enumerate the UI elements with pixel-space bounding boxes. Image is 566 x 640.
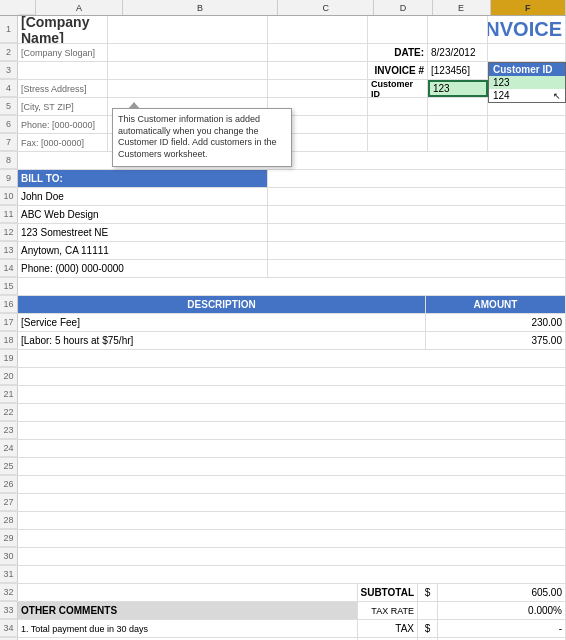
row-num-27: 27: [0, 494, 18, 511]
row-num-15: 15: [0, 278, 18, 295]
cell-22: [18, 404, 566, 421]
customer-id-label: Customer ID: [368, 80, 428, 97]
invoice-num-value[interactable]: [123456]: [428, 62, 488, 79]
city-zip: [City, ST ZIP]: [18, 98, 108, 115]
amount-header: AMOUNT: [426, 296, 566, 313]
cell-28: [18, 512, 566, 529]
comment-1: 1. Total payment due in 30 days: [18, 620, 358, 637]
row-num-11: 11: [0, 206, 18, 223]
cell-11-rest: [268, 206, 566, 223]
cell-2c: [268, 44, 368, 61]
client-company: ABC Web Design: [18, 206, 268, 223]
invoice-title: INVOICE: [488, 16, 566, 43]
cell-7f: [488, 134, 566, 151]
dropdown-item-123[interactable]: 123: [489, 76, 565, 89]
client-address: 123 Somestreet NE: [18, 224, 268, 241]
row-num-26: 26: [0, 476, 18, 493]
taxrate-dollar: [418, 602, 438, 619]
cell-2b: [108, 44, 268, 61]
cell-10-rest: [268, 188, 566, 205]
cell-1e: [428, 16, 488, 43]
cell-29: [18, 530, 566, 547]
subtotal-label: SUBTOTAL: [358, 584, 418, 601]
tooltip-arrow-icon: [128, 102, 140, 109]
row-num-28: 28: [0, 512, 18, 529]
cell-4b: [108, 80, 268, 97]
subtotal-dollar: $: [418, 584, 438, 601]
cell-7d: [368, 134, 428, 151]
col-header-f: F: [491, 0, 566, 15]
row-num-32: 32: [0, 584, 18, 601]
row-num-21: 21: [0, 386, 18, 403]
cell-6d: [368, 116, 428, 133]
cell-5e: [428, 98, 488, 115]
cell-9-rest: [268, 170, 566, 187]
row-num-20: 20: [0, 368, 18, 385]
row-num-8: 8: [0, 152, 18, 169]
cell-6f: [488, 116, 566, 133]
cell-21: [18, 386, 566, 403]
dropdown-item-124-label: 124: [493, 90, 510, 101]
row-num-17: 17: [0, 314, 18, 331]
row-num-25: 25: [0, 458, 18, 475]
service-amount: 230.00: [426, 314, 566, 331]
date-label: DATE:: [368, 44, 428, 61]
dropdown-item-124[interactable]: 124 ↖: [489, 89, 565, 102]
row-num-24: 24: [0, 440, 18, 457]
cell-24: [18, 440, 566, 457]
cell-20: [18, 368, 566, 385]
cell-3b: [108, 62, 268, 79]
description-header: DESCRIPTION: [18, 296, 426, 313]
row-num-7: 7: [0, 134, 18, 151]
corner-cell: [18, 0, 36, 15]
cell-1b: [108, 16, 268, 43]
cell-30: [18, 548, 566, 565]
cell-6e: [428, 116, 488, 133]
cell-1d: [368, 16, 428, 43]
stress-address: [Stress Address]: [18, 80, 108, 97]
phone: Phone: [000-0000]: [18, 116, 108, 133]
labor-amount: 375.00: [426, 332, 566, 349]
row-num-14: 14: [0, 260, 18, 277]
row-num-16: 16: [0, 296, 18, 313]
fax: Fax: [000-0000]: [18, 134, 108, 151]
cell-2f: [488, 44, 566, 61]
cell-19: [18, 350, 566, 367]
cell-27: [18, 494, 566, 511]
service-fee: [Service Fee]: [18, 314, 426, 331]
cell-31: [18, 566, 566, 583]
customer-dropdown[interactable]: Customer ID 123 124 ↖: [488, 62, 566, 103]
company-name: [Company Name]: [18, 16, 108, 43]
row-num-18: 18: [0, 332, 18, 349]
cell-25: [18, 458, 566, 475]
row-num-6: 6: [0, 116, 18, 133]
cell-23: [18, 422, 566, 439]
slogan: [Company Slogan]: [18, 44, 108, 61]
cell-5d: [368, 98, 428, 115]
row-num-29: 29: [0, 530, 18, 547]
cell-26: [18, 476, 566, 493]
customer-id-value[interactable]: 123: [428, 80, 488, 97]
cell-1c: [268, 16, 368, 43]
tooltip-text: This Customer information is added autom…: [118, 114, 277, 159]
date-value[interactable]: 8/23/2012: [428, 44, 488, 61]
row-num-2: 2: [0, 44, 18, 61]
row-num-33: 33: [0, 602, 18, 619]
client-city: Anytown, CA 11111: [18, 242, 268, 259]
cell-3c: [268, 62, 368, 79]
cell-14-rest: [268, 260, 566, 277]
row-num-22: 22: [0, 404, 18, 421]
col-header-a: A: [36, 0, 123, 15]
taxrate-value: 0.000%: [438, 602, 566, 619]
col-header-e: E: [433, 0, 491, 15]
row-num-13: 13: [0, 242, 18, 259]
cursor-indicator: ↖: [553, 91, 561, 101]
row-num-34: 34: [0, 620, 18, 637]
row-num-5: 5: [0, 98, 18, 115]
col-header-d: D: [374, 0, 432, 15]
cell-12-rest: [268, 224, 566, 241]
row-num-30: 30: [0, 548, 18, 565]
row-num-1: 1: [0, 16, 18, 43]
row-num-3: 3: [0, 62, 18, 79]
labor-fee: [Labor: 5 hours at $75/hr]: [18, 332, 426, 349]
